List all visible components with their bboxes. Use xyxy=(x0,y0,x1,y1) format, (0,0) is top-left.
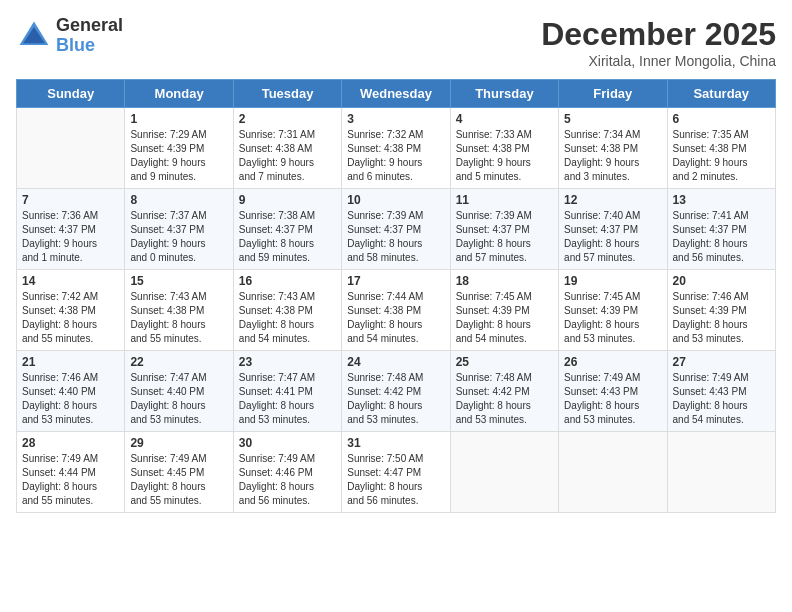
day-header: Thursday xyxy=(450,80,558,108)
day-number: 7 xyxy=(22,193,119,207)
day-number: 20 xyxy=(673,274,770,288)
logo-icon xyxy=(16,18,52,54)
day-number: 5 xyxy=(564,112,661,126)
cell-info: Sunrise: 7:49 AM Sunset: 4:43 PM Dayligh… xyxy=(673,371,770,427)
calendar-cell xyxy=(667,432,775,513)
cell-info: Sunrise: 7:42 AM Sunset: 4:38 PM Dayligh… xyxy=(22,290,119,346)
calendar-cell: 4Sunrise: 7:33 AM Sunset: 4:38 PM Daylig… xyxy=(450,108,558,189)
day-number: 30 xyxy=(239,436,336,450)
cell-info: Sunrise: 7:38 AM Sunset: 4:37 PM Dayligh… xyxy=(239,209,336,265)
calendar-cell: 17Sunrise: 7:44 AM Sunset: 4:38 PM Dayli… xyxy=(342,270,450,351)
calendar-cell: 29Sunrise: 7:49 AM Sunset: 4:45 PM Dayli… xyxy=(125,432,233,513)
cell-info: Sunrise: 7:49 AM Sunset: 4:43 PM Dayligh… xyxy=(564,371,661,427)
logo-blue: Blue xyxy=(56,36,123,56)
day-number: 10 xyxy=(347,193,444,207)
calendar-cell: 14Sunrise: 7:42 AM Sunset: 4:38 PM Dayli… xyxy=(17,270,125,351)
cell-info: Sunrise: 7:48 AM Sunset: 4:42 PM Dayligh… xyxy=(347,371,444,427)
cell-info: Sunrise: 7:31 AM Sunset: 4:38 AM Dayligh… xyxy=(239,128,336,184)
calendar-cell: 28Sunrise: 7:49 AM Sunset: 4:44 PM Dayli… xyxy=(17,432,125,513)
cell-info: Sunrise: 7:39 AM Sunset: 4:37 PM Dayligh… xyxy=(456,209,553,265)
day-number: 15 xyxy=(130,274,227,288)
day-number: 4 xyxy=(456,112,553,126)
day-number: 29 xyxy=(130,436,227,450)
day-number: 9 xyxy=(239,193,336,207)
day-number: 14 xyxy=(22,274,119,288)
month-title: December 2025 xyxy=(541,16,776,53)
day-number: 18 xyxy=(456,274,553,288)
day-number: 25 xyxy=(456,355,553,369)
day-number: 3 xyxy=(347,112,444,126)
day-number: 23 xyxy=(239,355,336,369)
calendar-cell: 7Sunrise: 7:36 AM Sunset: 4:37 PM Daylig… xyxy=(17,189,125,270)
cell-info: Sunrise: 7:49 AM Sunset: 4:46 PM Dayligh… xyxy=(239,452,336,508)
cell-info: Sunrise: 7:47 AM Sunset: 4:40 PM Dayligh… xyxy=(130,371,227,427)
calendar-cell: 9Sunrise: 7:38 AM Sunset: 4:37 PM Daylig… xyxy=(233,189,341,270)
calendar-cell: 5Sunrise: 7:34 AM Sunset: 4:38 PM Daylig… xyxy=(559,108,667,189)
calendar-cell xyxy=(450,432,558,513)
calendar-cell: 1Sunrise: 7:29 AM Sunset: 4:39 PM Daylig… xyxy=(125,108,233,189)
cell-info: Sunrise: 7:33 AM Sunset: 4:38 PM Dayligh… xyxy=(456,128,553,184)
logo: General Blue xyxy=(16,16,123,56)
calendar-cell: 31Sunrise: 7:50 AM Sunset: 4:47 PM Dayli… xyxy=(342,432,450,513)
calendar-cell: 23Sunrise: 7:47 AM Sunset: 4:41 PM Dayli… xyxy=(233,351,341,432)
day-header: Monday xyxy=(125,80,233,108)
calendar-cell: 27Sunrise: 7:49 AM Sunset: 4:43 PM Dayli… xyxy=(667,351,775,432)
day-number: 6 xyxy=(673,112,770,126)
location: Xiritala, Inner Mongolia, China xyxy=(541,53,776,69)
calendar-cell: 30Sunrise: 7:49 AM Sunset: 4:46 PM Dayli… xyxy=(233,432,341,513)
cell-info: Sunrise: 7:49 AM Sunset: 4:45 PM Dayligh… xyxy=(130,452,227,508)
cell-info: Sunrise: 7:47 AM Sunset: 4:41 PM Dayligh… xyxy=(239,371,336,427)
day-number: 8 xyxy=(130,193,227,207)
day-number: 28 xyxy=(22,436,119,450)
cell-info: Sunrise: 7:32 AM Sunset: 4:38 PM Dayligh… xyxy=(347,128,444,184)
logo-general: General xyxy=(56,16,123,36)
cell-info: Sunrise: 7:40 AM Sunset: 4:37 PM Dayligh… xyxy=(564,209,661,265)
calendar-cell: 10Sunrise: 7:39 AM Sunset: 4:37 PM Dayli… xyxy=(342,189,450,270)
calendar-cell: 8Sunrise: 7:37 AM Sunset: 4:37 PM Daylig… xyxy=(125,189,233,270)
day-number: 16 xyxy=(239,274,336,288)
title-section: December 2025 Xiritala, Inner Mongolia, … xyxy=(541,16,776,69)
cell-info: Sunrise: 7:34 AM Sunset: 4:38 PM Dayligh… xyxy=(564,128,661,184)
calendar: SundayMondayTuesdayWednesdayThursdayFrid… xyxy=(16,79,776,513)
calendar-cell: 19Sunrise: 7:45 AM Sunset: 4:39 PM Dayli… xyxy=(559,270,667,351)
cell-info: Sunrise: 7:29 AM Sunset: 4:39 PM Dayligh… xyxy=(130,128,227,184)
cell-info: Sunrise: 7:41 AM Sunset: 4:37 PM Dayligh… xyxy=(673,209,770,265)
calendar-week-row: 14Sunrise: 7:42 AM Sunset: 4:38 PM Dayli… xyxy=(17,270,776,351)
calendar-cell: 22Sunrise: 7:47 AM Sunset: 4:40 PM Dayli… xyxy=(125,351,233,432)
day-header: Sunday xyxy=(17,80,125,108)
day-number: 19 xyxy=(564,274,661,288)
calendar-cell: 3Sunrise: 7:32 AM Sunset: 4:38 PM Daylig… xyxy=(342,108,450,189)
cell-info: Sunrise: 7:36 AM Sunset: 4:37 PM Dayligh… xyxy=(22,209,119,265)
cell-info: Sunrise: 7:35 AM Sunset: 4:38 PM Dayligh… xyxy=(673,128,770,184)
page-header: General Blue December 2025 Xiritala, Inn… xyxy=(16,16,776,69)
calendar-cell: 11Sunrise: 7:39 AM Sunset: 4:37 PM Dayli… xyxy=(450,189,558,270)
day-number: 12 xyxy=(564,193,661,207)
day-header: Friday xyxy=(559,80,667,108)
day-header: Tuesday xyxy=(233,80,341,108)
day-number: 11 xyxy=(456,193,553,207)
day-number: 24 xyxy=(347,355,444,369)
calendar-cell xyxy=(17,108,125,189)
calendar-cell: 26Sunrise: 7:49 AM Sunset: 4:43 PM Dayli… xyxy=(559,351,667,432)
day-number: 26 xyxy=(564,355,661,369)
calendar-cell: 6Sunrise: 7:35 AM Sunset: 4:38 PM Daylig… xyxy=(667,108,775,189)
day-header: Wednesday xyxy=(342,80,450,108)
cell-info: Sunrise: 7:37 AM Sunset: 4:37 PM Dayligh… xyxy=(130,209,227,265)
calendar-cell: 18Sunrise: 7:45 AM Sunset: 4:39 PM Dayli… xyxy=(450,270,558,351)
calendar-cell: 25Sunrise: 7:48 AM Sunset: 4:42 PM Dayli… xyxy=(450,351,558,432)
cell-info: Sunrise: 7:50 AM Sunset: 4:47 PM Dayligh… xyxy=(347,452,444,508)
day-number: 31 xyxy=(347,436,444,450)
logo-text: General Blue xyxy=(56,16,123,56)
calendar-cell: 20Sunrise: 7:46 AM Sunset: 4:39 PM Dayli… xyxy=(667,270,775,351)
calendar-cell: 15Sunrise: 7:43 AM Sunset: 4:38 PM Dayli… xyxy=(125,270,233,351)
calendar-header-row: SundayMondayTuesdayWednesdayThursdayFrid… xyxy=(17,80,776,108)
cell-info: Sunrise: 7:46 AM Sunset: 4:39 PM Dayligh… xyxy=(673,290,770,346)
calendar-cell: 24Sunrise: 7:48 AM Sunset: 4:42 PM Dayli… xyxy=(342,351,450,432)
calendar-cell: 2Sunrise: 7:31 AM Sunset: 4:38 AM Daylig… xyxy=(233,108,341,189)
cell-info: Sunrise: 7:45 AM Sunset: 4:39 PM Dayligh… xyxy=(456,290,553,346)
calendar-cell: 12Sunrise: 7:40 AM Sunset: 4:37 PM Dayli… xyxy=(559,189,667,270)
calendar-week-row: 28Sunrise: 7:49 AM Sunset: 4:44 PM Dayli… xyxy=(17,432,776,513)
calendar-week-row: 7Sunrise: 7:36 AM Sunset: 4:37 PM Daylig… xyxy=(17,189,776,270)
day-number: 27 xyxy=(673,355,770,369)
calendar-cell: 21Sunrise: 7:46 AM Sunset: 4:40 PM Dayli… xyxy=(17,351,125,432)
